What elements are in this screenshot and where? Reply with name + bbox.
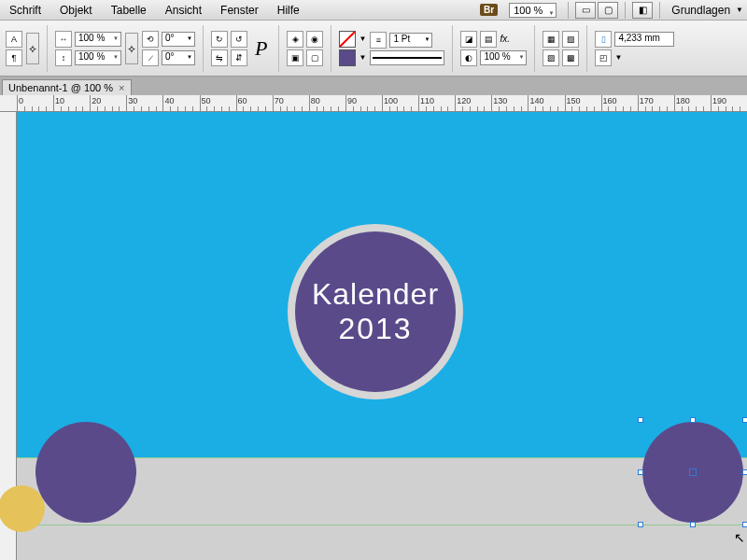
bridge-icon[interactable]: Br xyxy=(480,4,498,16)
separator xyxy=(331,25,331,72)
frame-edge-icon[interactable]: ▯ xyxy=(595,31,612,48)
main-circle[interactable]: Kalender 2013 xyxy=(295,231,456,392)
menu-schrift[interactable]: Schrift xyxy=(0,4,50,17)
shear-field[interactable]: 0° xyxy=(162,50,195,65)
chevron-down-icon[interactable]: ▼ xyxy=(359,35,366,43)
select-container-icon[interactable]: ◈ xyxy=(287,31,303,48)
scale-x-field[interactable]: 100 % xyxy=(75,32,121,47)
scale-y-icon: ↕ xyxy=(55,49,72,66)
text-wrap-none-icon[interactable]: ▦ xyxy=(543,31,559,48)
chevron-down-icon[interactable]: ▼ xyxy=(359,53,366,62)
document-tab-title: Unbenannt-1 @ 100 % xyxy=(8,82,113,93)
yellow-circle[interactable] xyxy=(0,485,45,532)
ruler-horizontal[interactable]: 0102030405060708090100110120130140150160… xyxy=(0,95,747,112)
chevron-down-icon[interactable]: ▼ xyxy=(614,53,622,62)
opacity-field[interactable]: 100 % xyxy=(480,50,527,65)
chevron-down-icon[interactable]: ▼ xyxy=(736,6,747,14)
text-wrap-object-icon[interactable]: ▩ xyxy=(562,49,579,66)
separator xyxy=(534,25,535,72)
selection-handles[interactable] xyxy=(641,420,745,525)
stroke-style-combo[interactable] xyxy=(370,50,444,65)
rotate-field[interactable]: 0° xyxy=(162,32,195,47)
separator xyxy=(568,2,569,19)
canvas-area[interactable]: Kalender 2013 ↖ xyxy=(0,112,747,560)
fx-icon[interactable]: fx. xyxy=(500,34,510,44)
pasteboard[interactable]: Kalender 2013 ↖ xyxy=(17,112,747,560)
rotate-ccw-icon[interactable]: ↺ xyxy=(231,31,247,48)
screen-mode-icon[interactable]: ▢ xyxy=(598,2,618,19)
stroke-swatch[interactable] xyxy=(339,49,356,66)
drop-shadow-icon[interactable]: ◪ xyxy=(460,31,477,48)
shear-icon: ⟋ xyxy=(142,49,159,66)
separator xyxy=(278,25,279,72)
text-wrap-bounding-icon[interactable]: ▧ xyxy=(562,31,579,48)
fit-frame-icon[interactable]: ▢ xyxy=(306,49,323,66)
separator xyxy=(659,2,660,19)
opacity-icon: ◐ xyxy=(460,49,477,66)
dimension-field[interactable]: 4,233 mm xyxy=(614,32,674,47)
fit-content-icon[interactable]: ▣ xyxy=(287,49,303,66)
menu-ansicht[interactable]: Ansicht xyxy=(156,4,211,17)
title-line2: 2013 xyxy=(338,312,412,346)
separator xyxy=(47,25,48,72)
menu-fenster[interactable]: Fenster xyxy=(211,4,268,17)
scale-y-field[interactable]: 100 % xyxy=(75,50,121,65)
separator xyxy=(625,2,626,19)
document-tabbar: Unbenannt-1 @ 100 % × xyxy=(0,77,747,95)
fill-swatch[interactable] xyxy=(339,31,356,48)
flip-v-icon[interactable]: ⇵ xyxy=(231,49,247,66)
title-line1: Kalender xyxy=(312,277,439,312)
main-circle-ring[interactable]: Kalender 2013 xyxy=(288,224,463,399)
separator xyxy=(452,25,453,72)
control-panel: A ¶ ⟡ ↔ 100 % ↕ 100 % ⟡ ⟲ 0° ⟋ 0° ↻ ↺ ⇋ … xyxy=(0,21,747,77)
separator xyxy=(203,25,204,72)
menu-hilfe[interactable]: Hilfe xyxy=(268,4,309,17)
document-tab[interactable]: Unbenannt-1 @ 100 % × xyxy=(2,79,132,95)
rotate-cw-icon[interactable]: ↻ xyxy=(211,31,228,48)
char-paragraph-toggle: A ¶ xyxy=(6,31,22,66)
rotate-icon: ⟲ xyxy=(142,31,159,48)
workspace-switcher[interactable]: Grundlagen xyxy=(666,4,736,17)
close-tab-icon[interactable]: × xyxy=(119,82,124,93)
purple-circle-left[interactable] xyxy=(35,422,136,523)
menubar: Schrift Objekt Tabelle Ansicht Fenster H… xyxy=(0,0,747,21)
flip-h-icon[interactable]: ⇋ xyxy=(211,49,228,66)
scale-x-icon: ↔ xyxy=(55,31,72,48)
character-mode-icon[interactable]: A xyxy=(6,31,22,48)
link-scale-icon[interactable]: ⟡ xyxy=(125,33,138,64)
separator xyxy=(586,25,587,72)
cursor-icon: ↖ xyxy=(734,530,745,545)
zoom-level-combo[interactable]: 100 % xyxy=(509,3,557,18)
link-dimensions-icon[interactable]: ⟡ xyxy=(26,33,39,64)
text-wrap-shape-icon[interactable]: ▨ xyxy=(543,49,559,66)
paragraph-mode-icon[interactable]: ¶ xyxy=(6,49,22,66)
menu-tabelle[interactable]: Tabelle xyxy=(102,4,156,17)
arrange-icon[interactable]: ◧ xyxy=(632,2,653,19)
view-mode-icon[interactable]: ▭ xyxy=(575,2,596,19)
stroke-weight-icon: ≡ xyxy=(370,32,387,49)
menu-objekt[interactable]: Objekt xyxy=(50,4,102,17)
paragraph-style-icon[interactable]: P xyxy=(251,36,271,61)
effects-icon[interactable]: ▤ xyxy=(480,31,497,48)
select-content-icon[interactable]: ◉ xyxy=(306,31,323,48)
corner-options-icon[interactable]: ◰ xyxy=(595,49,612,66)
stroke-weight-field[interactable]: 1 Pt xyxy=(389,33,432,48)
